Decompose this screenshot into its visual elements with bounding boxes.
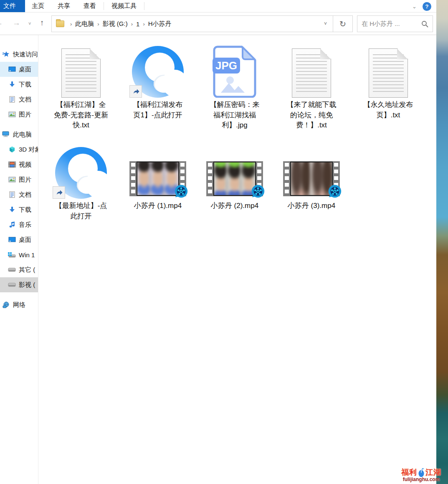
videos-icon	[8, 161, 16, 168]
back-icon[interactable]: ←	[0, 18, 3, 28]
pin-icon	[25, 96, 30, 102]
file-item[interactable]: 小苏丹 (3).mp4	[273, 140, 350, 241]
address-dropdown-icon[interactable]: ˅	[318, 21, 333, 27]
file-name: 【来了就能下载的论坛，纯免费！】.txt	[283, 100, 339, 131]
search-box[interactable]: 在 H小苏丹 ...	[357, 15, 433, 32]
documents-icon	[8, 191, 16, 198]
3d-objects-icon	[8, 146, 16, 153]
sidebar-item-pictures[interactable]: 图片	[0, 172, 38, 187]
pin-icon	[25, 66, 30, 72]
breadcrumb-chevron-icon: ›	[67, 21, 75, 27]
file-item[interactable]: 【来了就能下载的论坛，纯免费！】.txt	[273, 39, 350, 140]
sidebar-item-documents-pinned[interactable]: 文档	[0, 92, 38, 107]
history-chevron-icon[interactable]: ˅	[28, 21, 31, 26]
filmstrip-sprockets	[207, 162, 213, 196]
tab-separator	[104, 2, 104, 10]
filmstrip-sprockets	[130, 162, 137, 196]
desktop-icon	[8, 66, 16, 73]
text-file-icon	[292, 48, 331, 98]
video-thumbnail	[206, 161, 263, 196]
downloads-icon	[8, 206, 16, 213]
downloads-icon	[8, 81, 16, 88]
windows-drive-icon	[8, 251, 16, 258]
sidebar-item-drive-other[interactable]: 其它 (	[0, 262, 38, 277]
ribbon-collapse-icon[interactable]: ⌄	[412, 3, 417, 10]
breadcrumb-folder-1[interactable]: 1	[136, 20, 139, 28]
refresh-icon[interactable]: ↻	[333, 19, 352, 29]
file-item[interactable]: 小苏丹 (2).mp4	[196, 140, 273, 241]
sidebar-item-label: 影视 (	[19, 281, 35, 289]
sidebar-item-label: 此电脑	[13, 131, 32, 139]
sidebar-item-drive-c[interactable]: Win 1	[0, 247, 38, 262]
file-name: 【永久地址发布页】.txt	[360, 100, 416, 120]
sidebar-item-label: 3D 对象	[19, 146, 38, 154]
sidebar-item-videos[interactable]: 视频	[0, 157, 38, 172]
mouse-icon	[418, 467, 425, 477]
file-item[interactable]: 【福利江湖】全免费-无套路-更新快.txt	[43, 39, 119, 140]
sidebar-item-label: Win 1	[19, 251, 35, 258]
file-item[interactable]: JPG 【解压密码：来福利江湖找福利】.jpg	[196, 39, 273, 140]
sidebar-item-label: 音乐	[19, 221, 31, 229]
file-item[interactable]: 【最新地址】-点此打开	[43, 140, 119, 241]
forward-icon[interactable]: →	[13, 18, 20, 28]
breadcrumb-current-folder[interactable]: H小苏丹	[148, 20, 172, 28]
breadcrumb-chevron-icon: ›	[94, 21, 102, 27]
drive-icon	[8, 266, 16, 274]
this-pc-icon	[2, 131, 10, 138]
file-name: 【福利江湖发布页1】-点此打开	[130, 100, 186, 120]
sidebar-item-documents[interactable]: 文档	[0, 187, 38, 202]
breadcrumb-this-pc[interactable]: 此电脑	[75, 20, 94, 28]
sidebar-item-desktop[interactable]: 桌面	[0, 232, 38, 247]
sidebar-item-music[interactable]: 音乐	[0, 217, 38, 232]
sidebar-item-this-pc[interactable]: 此电脑	[0, 127, 38, 142]
tab-view[interactable]: 查看	[77, 0, 103, 12]
shortcut-arrow-icon	[129, 85, 142, 98]
sidebar-item-drive-movies[interactable]: 影视 (	[0, 277, 38, 292]
sidebar-item-label: 其它 (	[19, 266, 35, 274]
file-name: 小苏丹 (2).mp4	[200, 201, 269, 211]
sidebar-item-network[interactable]: 网络	[0, 297, 38, 312]
sidebar-item-label: 图片	[19, 176, 31, 184]
sidebar-item-pictures-pinned[interactable]: 图片	[0, 107, 38, 122]
sidebar-item-downloads[interactable]: 下载	[0, 202, 38, 217]
screenshot: 文件 主页 共享 查看 视频工具 ⌄ ? ← → ˅ ↑ › 此电脑 › 影视 …	[0, 0, 448, 484]
tab-video-tools[interactable]: 视频工具	[105, 0, 143, 12]
watermark-text: 江湖	[425, 467, 441, 477]
watermark-text: 福利	[401, 467, 417, 477]
svg-text:JPG: JPG	[215, 59, 237, 72]
desktop-wallpaper	[436, 0, 448, 484]
help-icon[interactable]: ?	[423, 2, 431, 11]
up-icon[interactable]: ↑	[40, 18, 44, 28]
sidebar-item-label: 桌面	[19, 236, 31, 244]
file-list-area[interactable]: 【福利江湖】全免费-无套路-更新快.txt 【福利江湖发	[38, 35, 436, 484]
address-bar[interactable]: › 此电脑 › 影视 (G:) › 1 › H小苏丹 ˅ ↻	[51, 15, 353, 32]
tab-home[interactable]: 主页	[25, 0, 51, 12]
video-thumbnail	[283, 161, 340, 196]
pictures-icon	[8, 111, 16, 118]
file-item[interactable]: 【福利江湖发布页1】-点此打开	[119, 39, 196, 140]
file-item[interactable]: 【永久地址发布页】.txt	[350, 39, 427, 140]
media-player-badge-icon	[173, 184, 189, 200]
pictures-icon	[8, 176, 16, 183]
file-name: 【最新地址】-点此打开	[53, 201, 109, 221]
qq-browser-icon	[132, 46, 184, 98]
filmstrip-sprockets	[283, 162, 290, 196]
watermark-url: fulijianghu.com	[397, 476, 445, 482]
file-item[interactable]: 小苏丹 (1).mp4	[119, 140, 196, 241]
tab-share[interactable]: 共享	[51, 0, 77, 12]
sidebar-item-3d-objects[interactable]: 3D 对象	[0, 142, 38, 157]
sidebar-item-label: 视频	[19, 161, 31, 169]
network-icon	[2, 302, 10, 309]
sidebar-item-desktop-pinned[interactable]: 桌面	[0, 62, 38, 77]
tab-file[interactable]: 文件	[0, 0, 25, 12]
sidebar-item-downloads-pinned[interactable]: 下载	[0, 77, 38, 92]
sidebar-item-quick-access[interactable]: 快速访问	[0, 47, 38, 62]
breadcrumb-chevron-icon: ›	[128, 21, 136, 27]
qq-browser-icon	[55, 147, 107, 199]
breadcrumb-drive-g[interactable]: 影视 (G:)	[103, 20, 128, 28]
search-icon[interactable]	[421, 20, 428, 28]
navigation-toolbar: ← → ˅ ↑ › 此电脑 › 影视 (G:) › 1 › H小苏丹 ˅ ↻	[0, 13, 436, 35]
desktop-icon	[8, 236, 16, 243]
text-file-icon	[61, 48, 101, 98]
shortcut-arrow-icon	[53, 186, 65, 199]
